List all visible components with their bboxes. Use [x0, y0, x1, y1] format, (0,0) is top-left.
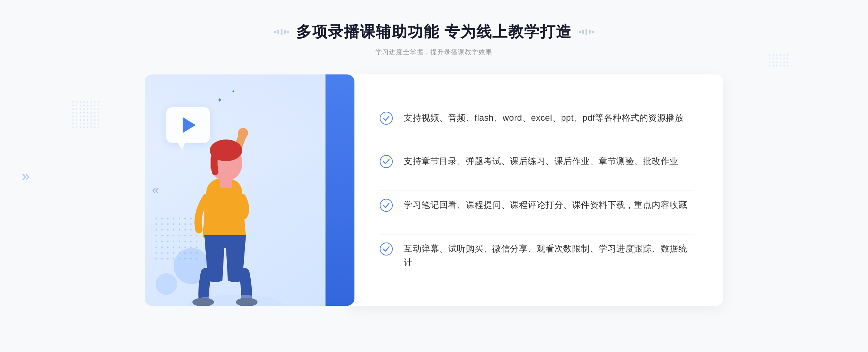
svg-point-10 — [380, 155, 392, 168]
header-section: 多项录播课辅助功能 专为线上教学打造 学习进度全掌握，提升录播课教学效果 — [274, 22, 594, 56]
svg-point-9 — [380, 112, 392, 124]
feature-text-1: 支持视频、音频、flash、word、excel、ppt、pdf等各种格式的资源… — [404, 111, 684, 125]
page-container: » 多项录播课辅助功能 专为线上教学打造 学习进度全掌握，提升录播课教学效果 — [0, 0, 868, 352]
feature-item-3: 学习笔记回看、课程提问、课程评论打分、课件资料下载，重点内容收藏 — [380, 190, 694, 219]
page-subtitle: 学习进度全掌握，提升录播课教学效果 — [274, 48, 594, 56]
feature-item-1: 支持视频、音频、flash、word、excel、ppt、pdf等各种格式的资源… — [380, 104, 694, 132]
feature-text-3: 学习笔记回看、课程提问、课程评论打分、课件资料下载，重点内容收藏 — [404, 198, 687, 212]
svg-point-11 — [380, 199, 392, 211]
title-row: 多项录播课辅助功能 专为线上教学打造 — [274, 22, 594, 42]
sparkle-icon-1: ✦ — [217, 96, 222, 104]
page-title: 多项录播课辅助功能 专为线上教学打造 — [296, 22, 572, 42]
card-chevron-icon: « — [152, 183, 159, 198]
feature-item-2: 支持章节目录、弹题考试、课后练习、课后作业、章节测验、批改作业 — [380, 147, 694, 175]
check-icon-3 — [380, 199, 393, 212]
title-decoration-left — [274, 29, 289, 35]
illustration-card: ✦ ✦ « — [145, 74, 354, 306]
blue-vertical-bar — [326, 74, 354, 306]
feature-text-4: 互动弹幕、试听购买、微信分享、观看次数限制、学习进度跟踪、数据统计 — [404, 242, 694, 270]
svg-point-1 — [238, 128, 248, 138]
svg-point-12 — [380, 243, 392, 255]
sparkle-icon-2: ✦ — [231, 89, 235, 94]
check-icon-1 — [380, 112, 393, 125]
feature-item-4: 互动弹幕、试听购买、微信分享、观看次数限制、学习进度跟踪、数据统计 — [380, 234, 694, 277]
title-decoration-right — [579, 29, 594, 35]
check-icon-2 — [380, 155, 393, 168]
content-area: ✦ ✦ « — [145, 74, 723, 306]
svg-rect-5 — [220, 177, 232, 188]
feature-text-2: 支持章节目录、弹题考试、课后练习、课后作业、章节测验、批改作业 — [404, 154, 678, 168]
features-panel: 支持视频、音频、flash、word、excel、ppt、pdf等各种格式的资源… — [351, 74, 723, 306]
check-icon-4 — [380, 242, 393, 256]
person-illustration — [163, 107, 289, 306]
dots-decoration-left — [72, 101, 99, 128]
dots-decoration-right — [769, 54, 788, 66]
chevron-left-decoration: » — [22, 168, 30, 184]
